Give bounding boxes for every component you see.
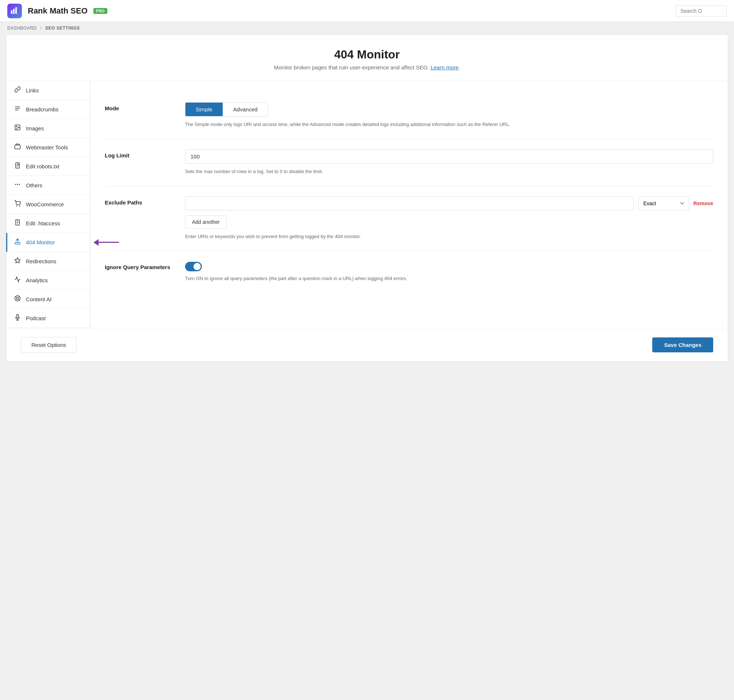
sidebar-item-breadcrumbs[interactable]: Breadcrumbs <box>6 100 90 119</box>
exclude-row: Exact Contains Starts With Ends With Reg… <box>185 196 713 210</box>
sidebar-item-content-ai[interactable]: Content AI <box>6 290 90 309</box>
sidebar-label: Edit robots.txt <box>26 163 60 169</box>
sidebar-item-analytics[interactable]: Analytics <box>6 271 90 290</box>
podcast-icon <box>13 314 22 322</box>
add-another-button[interactable]: Add another <box>185 215 227 229</box>
sidebar-label: Others <box>26 182 43 188</box>
log-limit-label: Log Limit <box>105 149 170 176</box>
webmaster-icon <box>13 143 22 151</box>
log-limit-input[interactable] <box>185 149 713 163</box>
svg-line-28 <box>19 297 19 297</box>
mode-label: Mode <box>105 102 170 128</box>
footer-bar: Reset Options Save Changes <box>6 328 728 362</box>
analytics-icon <box>13 276 22 284</box>
main-container: 404 Monitor Monitor broken pages that ru… <box>6 34 728 362</box>
svg-point-5 <box>16 126 17 127</box>
ignore-query-setting-row: Ignore Query Parameters Turn ON to ignor… <box>105 251 713 293</box>
exclude-paths-description: Enter URIs or keywords you wish to preve… <box>185 233 713 241</box>
redirections-icon <box>13 257 22 265</box>
content-layout: Links Breadcrumbs Images <box>6 81 728 328</box>
breadcrumb: Dashboard / SEO Settings <box>0 22 734 34</box>
svg-line-25 <box>16 297 16 297</box>
exclude-paths-setting-row: Exclude Paths Exact Contains Starts With… <box>105 186 713 251</box>
svg-point-15 <box>16 206 17 206</box>
htaccess-icon <box>13 219 22 228</box>
sidebar-item-redirections[interactable]: Redirections <box>6 252 90 271</box>
svg-rect-2 <box>15 7 17 14</box>
sidebar-label: Content AI <box>26 296 51 302</box>
svg-point-11 <box>18 164 19 165</box>
svg-point-24 <box>16 297 19 299</box>
header: Rank Math SEO PRO <box>0 0 734 22</box>
pointer-arrow <box>94 239 119 246</box>
toggle-slider <box>185 262 202 271</box>
breadcrumbs-icon <box>13 105 22 113</box>
simple-mode-button[interactable]: Simple <box>185 103 223 116</box>
sidebar-label: Images <box>26 125 44 131</box>
exclude-type-select[interactable]: Exact Contains Starts With Ends With Reg… <box>638 196 689 210</box>
links-icon <box>13 86 22 94</box>
ignore-query-wrapper <box>185 261 713 271</box>
ignore-query-label: Ignore Query Parameters <box>105 261 170 282</box>
svg-marker-22 <box>15 258 21 263</box>
log-limit-description: Sets the max number of rows in a log. Se… <box>185 168 713 176</box>
sidebar-item-others[interactable]: Others <box>6 176 90 195</box>
sidebar-label: WooCommerce <box>26 201 64 207</box>
search-input[interactable] <box>675 6 727 16</box>
images-icon <box>13 124 22 132</box>
remove-exclude-button[interactable]: Remove <box>693 200 713 206</box>
monitor-404-icon <box>13 238 22 247</box>
sidebar-item-webmaster-tools[interactable]: Webmaster Tools <box>6 138 90 157</box>
ignore-query-toggle[interactable] <box>185 262 202 271</box>
sidebar-label: Links <box>26 87 39 94</box>
others-icon <box>13 181 22 190</box>
sidebar-label: Edit .htaccess <box>26 220 60 226</box>
breadcrumb-dashboard[interactable]: Dashboard <box>7 26 37 31</box>
svg-rect-6 <box>15 145 21 149</box>
sidebar-item-podcast[interactable]: Podcast <box>6 309 90 328</box>
ignore-query-control: Turn ON to ignore all query parameters (… <box>185 261 713 282</box>
svg-marker-3 <box>17 7 18 9</box>
sidebar-label: Podcast <box>26 315 46 321</box>
sidebar-item-edit-robots[interactable]: Edit robots.txt <box>6 157 90 176</box>
sidebar-item-404-monitor[interactable]: 404 Monitor <box>6 233 90 252</box>
svg-rect-1 <box>13 9 15 14</box>
sidebar: Links Breadcrumbs Images <box>6 81 90 328</box>
svg-rect-21 <box>15 243 20 244</box>
robots-icon <box>13 162 22 171</box>
sidebar-label: Breadcrumbs <box>26 106 59 112</box>
sidebar-label: Redirections <box>26 258 56 265</box>
mode-description: The Simple mode only logs URI and access… <box>185 121 713 128</box>
exclude-path-input[interactable] <box>185 196 634 210</box>
log-limit-control: Sets the max number of rows in a log. Se… <box>185 149 713 176</box>
sidebar-item-woocommerce[interactable]: WooCommerce <box>6 195 90 214</box>
sidebar-item-images[interactable]: Images <box>6 119 90 138</box>
save-button[interactable]: Save Changes <box>652 337 713 352</box>
woocommerce-icon <box>13 200 22 209</box>
exclude-paths-control: Exact Contains Starts With Ends With Reg… <box>185 196 713 241</box>
svg-point-14 <box>15 184 16 185</box>
logo <box>7 4 22 18</box>
svg-line-26 <box>19 299 19 300</box>
svg-point-13 <box>19 184 20 185</box>
log-limit-setting-row: Log Limit Sets the max number of rows in… <box>105 139 713 186</box>
page-title: 404 Monitor <box>13 48 721 61</box>
mode-button-group: Simple Advanced <box>185 102 268 116</box>
sidebar-item-edit-htaccess[interactable]: Edit .htaccess <box>6 214 90 233</box>
advanced-mode-button[interactable]: Advanced <box>223 103 268 116</box>
exclude-paths-label: Exclude Paths <box>105 196 170 241</box>
svg-point-12 <box>17 184 18 185</box>
learn-more-link[interactable]: Learn more <box>431 64 459 71</box>
breadcrumb-separator: / <box>40 26 42 31</box>
settings-content: Mode Simple Advanced The Simple mode onl… <box>90 81 728 328</box>
sidebar-label: 404 Monitor <box>26 239 55 246</box>
ignore-query-description: Turn ON to ignore all query parameters (… <box>185 275 713 282</box>
reset-button[interactable]: Reset Options <box>21 337 77 353</box>
content-ai-icon <box>13 295 22 303</box>
breadcrumb-current: SEO Settings <box>45 26 80 31</box>
sidebar-item-links[interactable]: Links <box>6 81 90 100</box>
svg-rect-0 <box>11 10 12 14</box>
mode-control: Simple Advanced The Simple mode only log… <box>185 102 713 128</box>
sidebar-label: Analytics <box>26 277 48 283</box>
mode-setting-row: Mode Simple Advanced The Simple mode onl… <box>105 92 713 139</box>
